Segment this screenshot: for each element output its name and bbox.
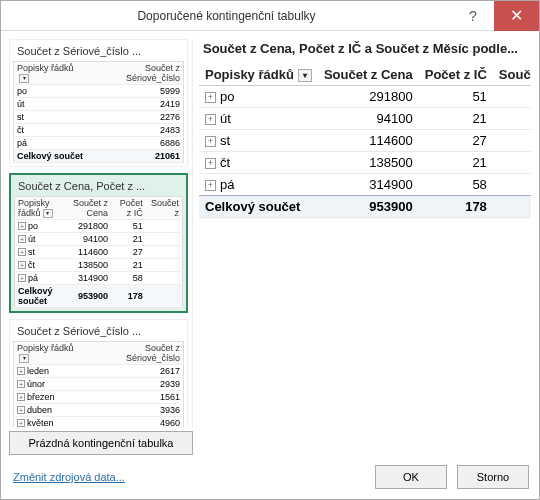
thumb-row-label: st (14, 111, 88, 124)
thumb-row-label: út (14, 98, 88, 111)
thumb-cell: 21 (111, 259, 146, 272)
thumb-title: Součet z Cena, Počet z ... (14, 178, 183, 196)
thumb-total-cell: 953900 (66, 285, 111, 308)
expand-icon[interactable]: + (18, 222, 26, 230)
cell-extra (493, 86, 531, 108)
expand-icon[interactable]: + (17, 393, 25, 401)
chevron-down-icon[interactable]: ▾ (19, 74, 29, 83)
thumb-cell: 114600 (66, 246, 111, 259)
expand-icon[interactable]: + (17, 419, 25, 427)
thumb-row: +út9410021 (15, 233, 183, 246)
thumb-col-header: Popisky řádků▾ (14, 62, 88, 85)
chevron-down-icon[interactable]: ▾ (43, 209, 53, 218)
expand-icon[interactable]: + (18, 261, 26, 269)
table-row: +st11460027 (199, 130, 531, 152)
thumb-col-header: Součet z Sériové_číslo (87, 342, 183, 365)
cell-cena: 138500 (318, 152, 419, 174)
row-label[interactable]: +st (199, 130, 318, 152)
blank-pivot-button[interactable]: Prázdná kontingenční tabulka (9, 431, 193, 455)
row-label[interactable]: +čt (199, 152, 318, 174)
col-header-rows[interactable]: Popisky řádků▾ (199, 64, 318, 86)
expand-icon[interactable]: + (205, 158, 216, 169)
thumb-row-label: +únor (14, 378, 88, 391)
thumb-row: +pá31490058 (15, 272, 183, 285)
thumb-cell: 2939 (87, 378, 183, 391)
right-panel: Součet z Cena, Počet z IČ a Součet z Měs… (199, 39, 531, 455)
ok-button[interactable]: OK (375, 465, 447, 489)
expand-icon[interactable]: + (205, 180, 216, 191)
thumb-row: +březen1561 (14, 391, 184, 404)
thumb-table: Popisky řádků▾Součet z CenaPočet z IČSou… (14, 196, 183, 308)
thumb-cell: 291800 (66, 220, 111, 233)
thumb-row-label: čt (14, 124, 88, 137)
thumb-row-label: +čt (15, 259, 67, 272)
expand-icon[interactable]: + (17, 367, 25, 375)
recommended-pivot-dialog: Doporučené kontingenční tabulky ? ✕ Souč… (0, 0, 540, 500)
thumb-col-header: Součet z Cena (66, 197, 111, 220)
thumb-cell: 21 (111, 233, 146, 246)
row-label[interactable]: +pá (199, 174, 318, 196)
col-header-ic: Počet z IČ (419, 64, 493, 86)
thumb-title: Součet z Sériové_číslo ... (13, 43, 184, 61)
cell-extra (493, 174, 531, 196)
recommendation-list[interactable]: Součet z Sériové_číslo ...Popisky řádků▾… (9, 39, 193, 427)
titlebar: Doporučené kontingenční tabulky ? ✕ (1, 1, 539, 31)
thumb-cell: 314900 (66, 272, 111, 285)
col-header-cena: Součet z Cena (318, 64, 419, 86)
expand-icon[interactable]: + (18, 235, 26, 243)
expand-icon[interactable]: + (205, 136, 216, 147)
thumb-cell: 51 (111, 220, 146, 233)
thumb-row-label: +pá (15, 272, 67, 285)
cell-ic: 21 (419, 108, 493, 130)
chevron-down-icon[interactable]: ▾ (19, 354, 29, 363)
thumb-cell (146, 246, 183, 259)
recommendation-thumb[interactable]: Součet z Cena, Počet z ...Popisky řádků▾… (9, 173, 188, 313)
thumb-cell: 138500 (66, 259, 111, 272)
total-extra (493, 196, 531, 218)
thumb-row: st2276 (14, 111, 184, 124)
cell-extra (493, 152, 531, 174)
chevron-down-icon[interactable]: ▾ (298, 69, 312, 82)
thumb-row: po5999 (14, 85, 184, 98)
close-button[interactable]: ✕ (494, 1, 539, 31)
change-source-link[interactable]: Změnit zdrojová data... (13, 471, 125, 483)
thumb-row-label: +po (15, 220, 67, 233)
thumb-cell: 2276 (87, 111, 183, 124)
row-label[interactable]: +po (199, 86, 318, 108)
thumb-total-row: Celkový součet953900178 (15, 285, 183, 308)
thumb-cell: 5999 (87, 85, 183, 98)
thumb-table: Popisky řádků▾Součet z Sériové_číslopo59… (13, 61, 184, 163)
expand-icon[interactable]: + (18, 274, 26, 282)
expand-icon[interactable]: + (17, 380, 25, 388)
thumb-cell: 4960 (87, 417, 183, 427)
thumb-cell: 2617 (87, 365, 183, 378)
cell-cena: 114600 (318, 130, 419, 152)
cell-cena: 314900 (318, 174, 419, 196)
expand-icon[interactable]: + (17, 406, 25, 414)
thumb-row-label: +duben (14, 404, 88, 417)
table-row: +po29180051 (199, 86, 531, 108)
thumb-col-header: Součet z Sériové_číslo (87, 62, 183, 85)
cell-ic: 51 (419, 86, 493, 108)
cancel-button[interactable]: Storno (457, 465, 529, 489)
thumb-row: pá6886 (14, 137, 184, 150)
total-row: Celkový součet953900178 (199, 196, 531, 218)
thumb-cell: 1561 (87, 391, 183, 404)
thumb-row-label: +út (15, 233, 67, 246)
row-label[interactable]: +út (199, 108, 318, 130)
help-button[interactable]: ? (452, 1, 494, 31)
expand-icon[interactable]: + (205, 114, 216, 125)
thumb-cell: 3936 (87, 404, 183, 417)
preview-title: Součet z Cena, Počet z IČ a Součet z Měs… (199, 39, 531, 64)
thumb-col-header: Popisky řádků▾ (15, 197, 67, 220)
thumb-row-label: po (14, 85, 88, 98)
thumb-col-header: Popisky řádků▾ (14, 342, 88, 365)
expand-icon[interactable]: + (205, 92, 216, 103)
recommendation-thumb[interactable]: Součet z Sériové_číslo ...Popisky řádků▾… (9, 39, 188, 167)
expand-icon[interactable]: + (18, 248, 26, 256)
recommendation-thumb[interactable]: Součet z Sériové_číslo ...Popisky řádků▾… (9, 319, 188, 427)
thumb-total-cell: 21061 (87, 150, 183, 163)
thumb-total-cell: 178 (111, 285, 146, 308)
thumb-total-label: Celkový součet (15, 285, 67, 308)
thumb-cell: 2419 (87, 98, 183, 111)
